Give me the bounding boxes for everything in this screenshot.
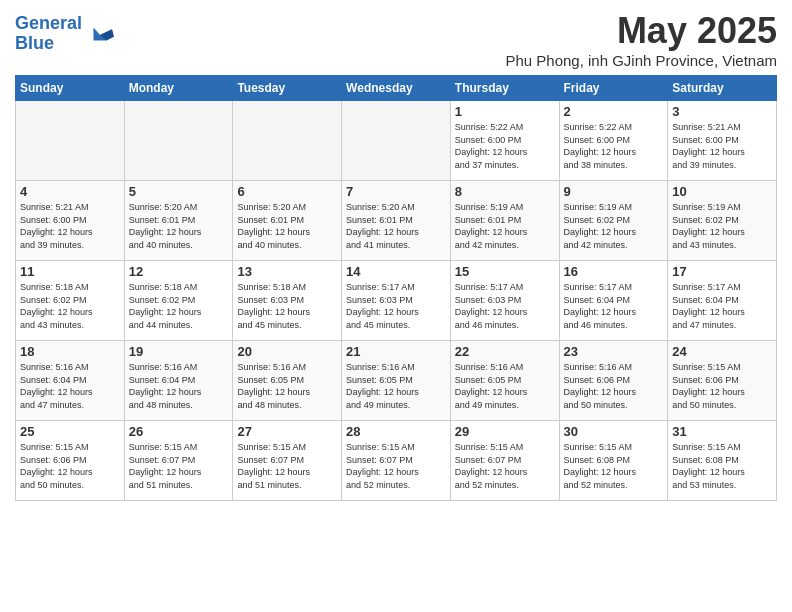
day-number: 14	[346, 264, 446, 279]
calendar-cell: 20Sunrise: 5:16 AM Sunset: 6:05 PM Dayli…	[233, 341, 342, 421]
logo-icon	[86, 20, 114, 48]
day-info: Sunrise: 5:18 AM Sunset: 6:02 PM Dayligh…	[20, 281, 120, 331]
day-info: Sunrise: 5:15 AM Sunset: 6:07 PM Dayligh…	[129, 441, 229, 491]
day-number: 24	[672, 344, 772, 359]
col-header-saturday: Saturday	[668, 76, 777, 101]
day-number: 26	[129, 424, 229, 439]
day-number: 2	[564, 104, 664, 119]
col-header-monday: Monday	[124, 76, 233, 101]
calendar-cell: 28Sunrise: 5:15 AM Sunset: 6:07 PM Dayli…	[342, 421, 451, 501]
day-number: 16	[564, 264, 664, 279]
calendar-cell: 17Sunrise: 5:17 AM Sunset: 6:04 PM Dayli…	[668, 261, 777, 341]
calendar-cell: 15Sunrise: 5:17 AM Sunset: 6:03 PM Dayli…	[450, 261, 559, 341]
day-number: 31	[672, 424, 772, 439]
day-number: 10	[672, 184, 772, 199]
day-info: Sunrise: 5:19 AM Sunset: 6:02 PM Dayligh…	[564, 201, 664, 251]
calendar-cell: 19Sunrise: 5:16 AM Sunset: 6:04 PM Dayli…	[124, 341, 233, 421]
day-info: Sunrise: 5:22 AM Sunset: 6:00 PM Dayligh…	[564, 121, 664, 171]
calendar-cell: 30Sunrise: 5:15 AM Sunset: 6:08 PM Dayli…	[559, 421, 668, 501]
calendar-cell: 16Sunrise: 5:17 AM Sunset: 6:04 PM Dayli…	[559, 261, 668, 341]
day-number: 4	[20, 184, 120, 199]
calendar-week-row: 18Sunrise: 5:16 AM Sunset: 6:04 PM Dayli…	[16, 341, 777, 421]
day-number: 9	[564, 184, 664, 199]
calendar-cell: 23Sunrise: 5:16 AM Sunset: 6:06 PM Dayli…	[559, 341, 668, 421]
calendar-cell: 29Sunrise: 5:15 AM Sunset: 6:07 PM Dayli…	[450, 421, 559, 501]
day-number: 27	[237, 424, 337, 439]
day-info: Sunrise: 5:15 AM Sunset: 6:07 PM Dayligh…	[455, 441, 555, 491]
calendar-cell: 9Sunrise: 5:19 AM Sunset: 6:02 PM Daylig…	[559, 181, 668, 261]
day-info: Sunrise: 5:15 AM Sunset: 6:06 PM Dayligh…	[20, 441, 120, 491]
calendar-cell: 11Sunrise: 5:18 AM Sunset: 6:02 PM Dayli…	[16, 261, 125, 341]
calendar-cell: 6Sunrise: 5:20 AM Sunset: 6:01 PM Daylig…	[233, 181, 342, 261]
col-header-wednesday: Wednesday	[342, 76, 451, 101]
day-info: Sunrise: 5:18 AM Sunset: 6:03 PM Dayligh…	[237, 281, 337, 331]
col-header-sunday: Sunday	[16, 76, 125, 101]
day-info: Sunrise: 5:22 AM Sunset: 6:00 PM Dayligh…	[455, 121, 555, 171]
day-number: 20	[237, 344, 337, 359]
day-number: 17	[672, 264, 772, 279]
day-info: Sunrise: 5:20 AM Sunset: 6:01 PM Dayligh…	[237, 201, 337, 251]
title-block: May 2025 Phu Phong, inh GJinh Province, …	[505, 10, 777, 69]
col-header-thursday: Thursday	[450, 76, 559, 101]
calendar-table: SundayMondayTuesdayWednesdayThursdayFrid…	[15, 75, 777, 501]
calendar-cell: 4Sunrise: 5:21 AM Sunset: 6:00 PM Daylig…	[16, 181, 125, 261]
day-info: Sunrise: 5:17 AM Sunset: 6:04 PM Dayligh…	[564, 281, 664, 331]
day-info: Sunrise: 5:19 AM Sunset: 6:01 PM Dayligh…	[455, 201, 555, 251]
calendar-cell: 27Sunrise: 5:15 AM Sunset: 6:07 PM Dayli…	[233, 421, 342, 501]
day-info: Sunrise: 5:16 AM Sunset: 6:05 PM Dayligh…	[455, 361, 555, 411]
day-number: 19	[129, 344, 229, 359]
day-info: Sunrise: 5:21 AM Sunset: 6:00 PM Dayligh…	[672, 121, 772, 171]
day-info: Sunrise: 5:15 AM Sunset: 6:07 PM Dayligh…	[346, 441, 446, 491]
day-number: 12	[129, 264, 229, 279]
calendar-cell: 31Sunrise: 5:15 AM Sunset: 6:08 PM Dayli…	[668, 421, 777, 501]
day-info: Sunrise: 5:16 AM Sunset: 6:04 PM Dayligh…	[129, 361, 229, 411]
calendar-cell: 3Sunrise: 5:21 AM Sunset: 6:00 PM Daylig…	[668, 101, 777, 181]
day-info: Sunrise: 5:15 AM Sunset: 6:07 PM Dayligh…	[237, 441, 337, 491]
day-number: 1	[455, 104, 555, 119]
calendar-cell: 10Sunrise: 5:19 AM Sunset: 6:02 PM Dayli…	[668, 181, 777, 261]
calendar-cell: 26Sunrise: 5:15 AM Sunset: 6:07 PM Dayli…	[124, 421, 233, 501]
day-number: 13	[237, 264, 337, 279]
calendar-cell: 7Sunrise: 5:20 AM Sunset: 6:01 PM Daylig…	[342, 181, 451, 261]
day-number: 30	[564, 424, 664, 439]
calendar-cell: 21Sunrise: 5:16 AM Sunset: 6:05 PM Dayli…	[342, 341, 451, 421]
day-info: Sunrise: 5:20 AM Sunset: 6:01 PM Dayligh…	[346, 201, 446, 251]
calendar-cell	[233, 101, 342, 181]
page-header: General Blue May 2025 Phu Phong, inh GJi…	[15, 10, 777, 69]
calendar-week-row: 25Sunrise: 5:15 AM Sunset: 6:06 PM Dayli…	[16, 421, 777, 501]
calendar-header-row: SundayMondayTuesdayWednesdayThursdayFrid…	[16, 76, 777, 101]
calendar-cell: 14Sunrise: 5:17 AM Sunset: 6:03 PM Dayli…	[342, 261, 451, 341]
calendar-cell: 13Sunrise: 5:18 AM Sunset: 6:03 PM Dayli…	[233, 261, 342, 341]
day-info: Sunrise: 5:18 AM Sunset: 6:02 PM Dayligh…	[129, 281, 229, 331]
calendar-week-row: 11Sunrise: 5:18 AM Sunset: 6:02 PM Dayli…	[16, 261, 777, 341]
day-number: 29	[455, 424, 555, 439]
logo: General Blue	[15, 14, 114, 54]
calendar-cell	[342, 101, 451, 181]
day-number: 11	[20, 264, 120, 279]
day-info: Sunrise: 5:16 AM Sunset: 6:04 PM Dayligh…	[20, 361, 120, 411]
calendar-cell: 2Sunrise: 5:22 AM Sunset: 6:00 PM Daylig…	[559, 101, 668, 181]
day-info: Sunrise: 5:16 AM Sunset: 6:05 PM Dayligh…	[237, 361, 337, 411]
col-header-tuesday: Tuesday	[233, 76, 342, 101]
logo-blue: Blue	[15, 33, 54, 53]
calendar-cell	[16, 101, 125, 181]
calendar-cell: 8Sunrise: 5:19 AM Sunset: 6:01 PM Daylig…	[450, 181, 559, 261]
day-number: 6	[237, 184, 337, 199]
calendar-week-row: 1Sunrise: 5:22 AM Sunset: 6:00 PM Daylig…	[16, 101, 777, 181]
calendar-week-row: 4Sunrise: 5:21 AM Sunset: 6:00 PM Daylig…	[16, 181, 777, 261]
day-info: Sunrise: 5:17 AM Sunset: 6:04 PM Dayligh…	[672, 281, 772, 331]
day-info: Sunrise: 5:17 AM Sunset: 6:03 PM Dayligh…	[346, 281, 446, 331]
day-number: 8	[455, 184, 555, 199]
day-number: 25	[20, 424, 120, 439]
day-number: 23	[564, 344, 664, 359]
day-info: Sunrise: 5:16 AM Sunset: 6:06 PM Dayligh…	[564, 361, 664, 411]
day-info: Sunrise: 5:15 AM Sunset: 6:06 PM Dayligh…	[672, 361, 772, 411]
calendar-cell: 25Sunrise: 5:15 AM Sunset: 6:06 PM Dayli…	[16, 421, 125, 501]
day-number: 15	[455, 264, 555, 279]
day-info: Sunrise: 5:19 AM Sunset: 6:02 PM Dayligh…	[672, 201, 772, 251]
location: Phu Phong, inh GJinh Province, Vietnam	[505, 52, 777, 69]
day-number: 3	[672, 104, 772, 119]
calendar-cell	[124, 101, 233, 181]
day-info: Sunrise: 5:21 AM Sunset: 6:00 PM Dayligh…	[20, 201, 120, 251]
calendar-cell: 5Sunrise: 5:20 AM Sunset: 6:01 PM Daylig…	[124, 181, 233, 261]
